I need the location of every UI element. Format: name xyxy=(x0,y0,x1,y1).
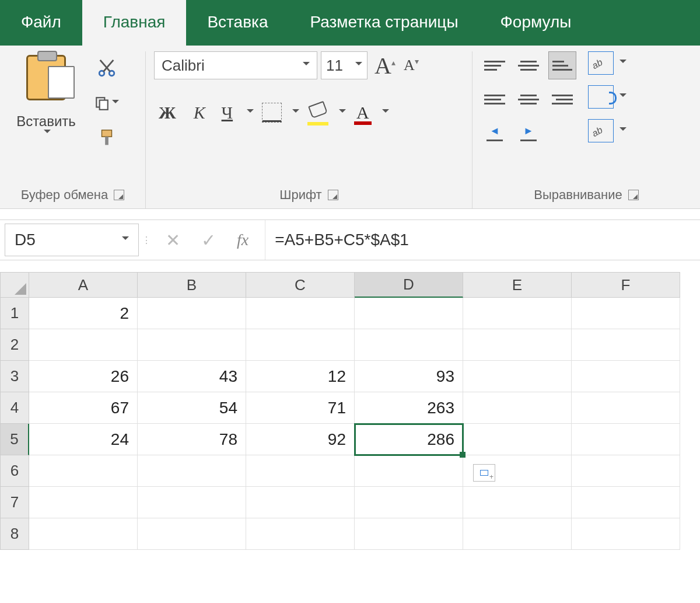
accept-formula-button[interactable]: ✓ xyxy=(201,230,216,250)
row-header-6[interactable]: 6 xyxy=(0,455,29,487)
formula-input[interactable]: =A5+B5+C5*$A$1 xyxy=(265,220,700,260)
align-right-button[interactable] xyxy=(548,85,576,113)
align-center-button[interactable] xyxy=(514,85,542,113)
italic-button[interactable]: К xyxy=(189,100,210,125)
copy-button[interactable] xyxy=(94,91,119,116)
tab-page-layout[interactable]: Разметка страницы xyxy=(289,0,480,46)
orientation-button[interactable]: ab xyxy=(588,51,614,75)
chevron-down-icon[interactable] xyxy=(247,109,254,116)
merge-button[interactable]: ab xyxy=(588,119,614,142)
font-color-button[interactable]: A xyxy=(354,103,372,123)
cell-A6[interactable] xyxy=(29,455,138,487)
cell-E7[interactable] xyxy=(463,487,572,518)
cell-D6[interactable] xyxy=(355,455,463,487)
dialog-launcher-icon[interactable] xyxy=(114,190,124,200)
bold-button[interactable]: Ж xyxy=(154,100,181,125)
cell-E4[interactable] xyxy=(463,392,572,424)
tab-insert[interactable]: Вставка xyxy=(186,0,289,46)
cell-E5[interactable] xyxy=(463,424,572,455)
cell-B7[interactable] xyxy=(138,487,246,518)
cell-E3[interactable] xyxy=(463,361,572,392)
cell-C1[interactable] xyxy=(246,298,355,329)
cell-C7[interactable] xyxy=(246,487,355,518)
row-header-8[interactable]: 8 xyxy=(0,518,29,550)
cell-E8[interactable] xyxy=(463,518,572,550)
name-box[interactable]: D5 xyxy=(5,224,139,256)
dialog-launcher-icon[interactable] xyxy=(328,190,338,200)
cell-F7[interactable] xyxy=(572,487,680,518)
underline-button[interactable]: Ч xyxy=(218,100,237,125)
column-header-F[interactable]: F xyxy=(572,272,680,298)
row-header-7[interactable]: 7 xyxy=(0,487,29,518)
font-size-combo[interactable]: 11 xyxy=(321,51,368,79)
increase-indent-button[interactable]: ► xyxy=(514,119,542,147)
chevron-down-icon[interactable] xyxy=(339,109,346,116)
borders-button[interactable] xyxy=(262,103,282,123)
column-header-D[interactable]: D xyxy=(355,272,463,298)
chevron-down-icon[interactable] xyxy=(292,109,299,116)
chevron-down-icon[interactable] xyxy=(620,60,626,67)
decrease-indent-button[interactable]: ◄ xyxy=(481,119,509,147)
chevron-down-icon[interactable] xyxy=(620,93,626,100)
increase-font-button[interactable]: A▴ xyxy=(371,52,399,79)
cell-F8[interactable] xyxy=(572,518,680,550)
row-header-3[interactable]: 3 xyxy=(0,361,29,392)
fx-button[interactable]: fx xyxy=(237,231,249,249)
column-header-A[interactable]: A xyxy=(29,272,138,298)
paste-button[interactable]: Вставить xyxy=(8,51,84,137)
cell-F3[interactable] xyxy=(572,361,680,392)
select-all-corner[interactable] xyxy=(0,272,29,298)
cell-F5[interactable] xyxy=(572,424,680,455)
decrease-font-button[interactable]: A▾ xyxy=(400,57,422,74)
align-bottom-button[interactable] xyxy=(548,51,576,79)
cell-A8[interactable] xyxy=(29,518,138,550)
chevron-down-icon[interactable] xyxy=(382,109,389,116)
column-header-B[interactable]: B xyxy=(138,272,246,298)
tab-file[interactable]: Файл xyxy=(0,0,82,46)
tab-formulas[interactable]: Формулы xyxy=(480,0,593,46)
cell-B2[interactable] xyxy=(138,329,246,361)
cell-D5[interactable]: 286+ xyxy=(355,424,463,455)
align-top-button[interactable] xyxy=(481,51,509,79)
align-left-button[interactable] xyxy=(481,85,509,113)
cell-A3[interactable]: 26 xyxy=(29,361,138,392)
cell-F6[interactable] xyxy=(572,455,680,487)
cell-B4[interactable]: 54 xyxy=(138,392,246,424)
cell-C8[interactable] xyxy=(246,518,355,550)
cell-F2[interactable] xyxy=(572,329,680,361)
cell-F4[interactable] xyxy=(572,392,680,424)
cell-A7[interactable] xyxy=(29,487,138,518)
autofill-options-button[interactable]: + xyxy=(473,464,495,482)
cell-B8[interactable] xyxy=(138,518,246,550)
cell-A2[interactable] xyxy=(29,329,138,361)
cancel-formula-button[interactable]: ✕ xyxy=(166,230,180,250)
cell-B5[interactable]: 78 xyxy=(138,424,246,455)
cell-C4[interactable]: 71 xyxy=(246,392,355,424)
font-name-combo[interactable]: Calibri xyxy=(154,51,317,79)
row-header-5[interactable]: 5 xyxy=(0,424,29,455)
cell-D7[interactable] xyxy=(355,487,463,518)
fill-color-button[interactable] xyxy=(307,102,328,123)
row-header-2[interactable]: 2 xyxy=(0,329,29,361)
cell-A4[interactable]: 67 xyxy=(29,392,138,424)
cell-B3[interactable]: 43 xyxy=(138,361,246,392)
cell-D4[interactable]: 263 xyxy=(355,392,463,424)
cell-E2[interactable] xyxy=(463,329,572,361)
chevron-down-icon[interactable] xyxy=(620,127,626,134)
cell-B1[interactable] xyxy=(138,298,246,329)
row-header-4[interactable]: 4 xyxy=(0,392,29,424)
column-header-E[interactable]: E xyxy=(463,272,572,298)
cell-A5[interactable]: 24 xyxy=(29,424,138,455)
align-middle-button[interactable] xyxy=(514,51,542,79)
cell-C6[interactable] xyxy=(246,455,355,487)
cell-D1[interactable] xyxy=(355,298,463,329)
format-painter-button[interactable] xyxy=(94,126,119,151)
cell-D8[interactable] xyxy=(355,518,463,550)
cell-C3[interactable]: 12 xyxy=(246,361,355,392)
cut-button[interactable] xyxy=(94,56,119,81)
column-header-C[interactable]: C xyxy=(246,272,355,298)
tab-home[interactable]: Главная xyxy=(82,0,187,46)
row-header-1[interactable]: 1 xyxy=(0,298,29,329)
cell-B6[interactable] xyxy=(138,455,246,487)
cell-E1[interactable] xyxy=(463,298,572,329)
